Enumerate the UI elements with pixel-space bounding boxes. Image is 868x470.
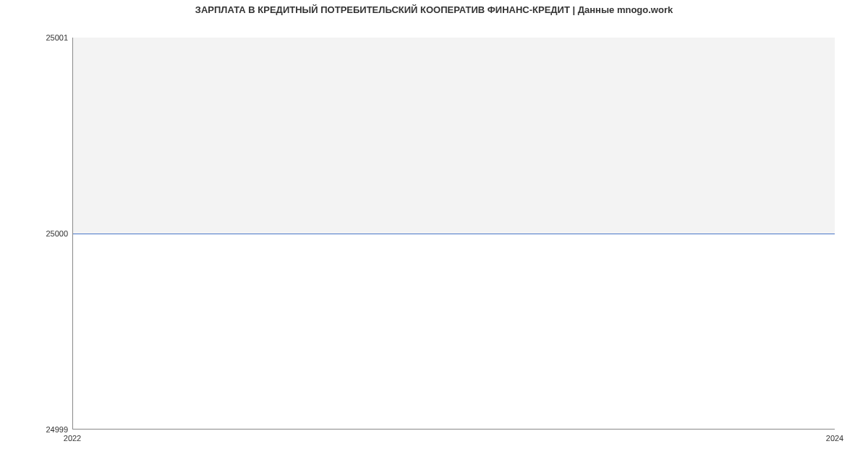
x-tick-label: 2024 <box>826 434 843 443</box>
chart-title: ЗАРПЛАТА В КРЕДИТНЫЙ ПОТРЕБИТЕЛЬСКИЙ КОО… <box>0 4 868 15</box>
grid-band <box>73 38 835 234</box>
salary-chart: ЗАРПЛАТА В КРЕДИТНЫЙ ПОТРЕБИТЕЛЬСКИЙ КОО… <box>0 0 868 470</box>
y-tick-label: 25000 <box>3 229 68 238</box>
series-line <box>73 234 835 234</box>
x-tick-label: 2022 <box>64 434 81 443</box>
plot-area <box>72 38 835 430</box>
y-tick-label: 24999 <box>3 425 68 434</box>
y-tick-label: 25001 <box>3 33 68 42</box>
